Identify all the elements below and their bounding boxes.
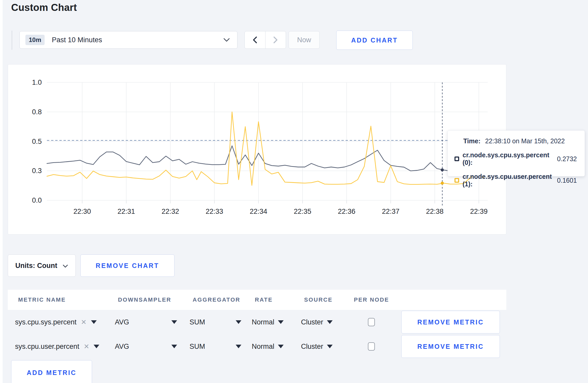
x-axis-tick-label: 22:38 <box>426 208 444 215</box>
y-axis-tick-label: 0.0 <box>32 196 42 204</box>
tooltip-series-value: 0.1601 <box>557 177 577 184</box>
tooltip-series-row: cr.node.sys.cpu.sys.percent (0):0.2732 <box>454 151 577 166</box>
series-swatch-icon <box>454 157 459 161</box>
time-nav-group <box>244 31 286 49</box>
rate-value: Normal <box>252 343 274 351</box>
tooltip-series-row: cr.node.sys.cpu.user.percent (1):0.1601 <box>454 173 577 188</box>
y-axis-tick-label: 0.8 <box>32 108 42 116</box>
downsampler-value[interactable]: AVG <box>115 343 129 351</box>
now-button-label: Now <box>297 36 311 44</box>
metrics-table-header: METRIC NAMEDOWNSAMPLERAGGREGATORRATESOUR… <box>8 290 506 310</box>
column-header-source: SOURCE <box>304 296 354 303</box>
column-header-rate: RATE <box>255 296 304 303</box>
page-title: Custom Chart <box>11 2 77 13</box>
x-axis-tick-label: 22:34 <box>250 208 267 215</box>
rate-value: Normal <box>252 318 274 326</box>
y-axis-tick-label: 1.0 <box>32 79 42 86</box>
units-selector[interactable]: Units: Count <box>8 254 76 277</box>
aggregator-value[interactable]: SUM <box>190 318 205 326</box>
rate-select[interactable]: Normal <box>252 343 301 351</box>
chevron-left-icon <box>253 36 257 44</box>
tooltip-series-label: cr.node.sys.cpu.user.percent (1): <box>463 173 553 188</box>
time-range-badge: 10m <box>25 35 45 45</box>
rate-select[interactable]: Normal <box>252 318 301 326</box>
metric-row: sys.cpu.user.percent✕AVGSUMNormalCluster… <box>8 334 506 359</box>
now-button[interactable]: Now <box>289 31 320 49</box>
aggregator-value[interactable]: SUM <box>190 343 205 351</box>
x-axis-tick-label: 22:30 <box>73 208 91 215</box>
page-left-gutter <box>0 0 3 383</box>
source-value: Cluster <box>301 343 323 351</box>
triangle-down-icon[interactable] <box>327 320 333 324</box>
downsampler-select[interactable]: AVG <box>115 318 190 326</box>
triangle-down-icon[interactable] <box>171 345 177 348</box>
line-chart[interactable]: 0.00.30.50.81.022:3022:3122:3222:3322:34… <box>8 65 507 235</box>
triangle-down-icon[interactable] <box>236 345 241 348</box>
triangle-down-icon[interactable] <box>94 345 99 348</box>
x-axis-tick-label: 22:32 <box>162 208 179 215</box>
remove-metric-button[interactable]: REMOVE METRIC <box>401 311 500 334</box>
tooltip-series-value: 0.2732 <box>557 155 577 163</box>
series-swatch-icon <box>454 178 459 183</box>
add-metric-button[interactable]: ADD METRIC <box>11 360 92 383</box>
time-range-label: Past 10 Minutes <box>52 36 102 44</box>
triangle-down-icon[interactable] <box>278 320 284 324</box>
downsampler-select[interactable]: AVG <box>115 343 190 351</box>
x-icon[interactable]: ✕ <box>84 343 89 350</box>
metrics-table-body: sys.cpu.sys.percent✕AVGSUMNormalClusterR… <box>8 310 506 359</box>
column-header-aggregator: AGGREGATOR <box>193 296 255 303</box>
triangle-down-icon[interactable] <box>236 320 241 324</box>
remove-chart-button[interactable]: REMOVE CHART <box>80 254 174 277</box>
remove-metric-button[interactable]: REMOVE METRIC <box>401 335 500 358</box>
metric-name-value[interactable]: sys.cpu.user.percent <box>15 343 79 351</box>
x-axis-tick-label: 22:37 <box>382 208 400 215</box>
crosshair-dot <box>441 182 444 185</box>
tooltip-series-label: cr.node.sys.cpu.sys.percent (0): <box>463 151 553 166</box>
tooltip-time-value: 22:38:10 on Mar 15th, 2022 <box>485 137 565 145</box>
per-node-checkbox[interactable] <box>368 318 375 326</box>
x-icon[interactable]: ✕ <box>81 319 87 325</box>
tooltip-time-label: Time: <box>463 137 480 145</box>
chart-card: 0.00.30.50.81.022:3022:3122:3222:3322:34… <box>8 64 506 235</box>
chevron-down-icon <box>62 262 68 270</box>
triangle-down-icon[interactable] <box>278 345 284 348</box>
prev-time-button[interactable] <box>245 31 265 48</box>
x-axis-tick-label: 22:39 <box>470 208 488 215</box>
add-chart-button[interactable]: ADD CHART <box>336 31 413 50</box>
x-axis-tick-label: 22:36 <box>338 208 355 215</box>
chevron-right-icon <box>273 36 278 44</box>
series-line-cr.node.sys.cpu.sys.percent <box>47 146 488 171</box>
toolbar-divider <box>12 31 12 50</box>
metric-row: sys.cpu.sys.percent✕AVGSUMNormalClusterR… <box>8 310 506 334</box>
downsampler-value[interactable]: AVG <box>115 318 129 326</box>
add-chart-label: ADD CHART <box>351 37 398 44</box>
column-header-metric-name: METRIC NAME <box>18 296 118 303</box>
source-select[interactable]: Cluster <box>301 343 351 351</box>
series-line-cr.node.sys.cpu.user.percent <box>47 112 488 186</box>
crosshair-dot <box>441 168 444 172</box>
chevron-down-icon <box>223 38 230 42</box>
next-time-button[interactable] <box>265 31 286 48</box>
add-metric-label: ADD METRIC <box>27 369 76 377</box>
aggregator-select[interactable]: SUM <box>190 343 252 351</box>
x-axis-tick-label: 22:35 <box>294 208 311 215</box>
y-axis-tick-label: 0.3 <box>32 167 42 175</box>
triangle-down-icon[interactable] <box>171 320 177 324</box>
x-axis-tick-label: 22:31 <box>117 208 135 215</box>
chart-tooltip: Time: 22:38:10 on Mar 15th, 2022 cr.node… <box>447 130 585 176</box>
triangle-down-icon[interactable] <box>327 345 333 348</box>
source-select[interactable]: Cluster <box>301 318 351 326</box>
per-node-checkbox[interactable] <box>368 342 375 351</box>
triangle-down-icon[interactable] <box>91 320 97 324</box>
units-label: Units: Count <box>15 262 57 270</box>
x-axis-tick-label: 22:33 <box>206 208 223 215</box>
column-header-downsampler: DOWNSAMPLER <box>118 296 193 303</box>
y-axis-tick-label: 0.5 <box>32 138 42 145</box>
column-header-per-node: PER NODE <box>354 296 404 303</box>
source-value: Cluster <box>301 318 323 326</box>
time-range-selector[interactable]: 10m Past 10 Minutes <box>19 31 237 49</box>
remove-chart-label: REMOVE CHART <box>96 262 159 269</box>
aggregator-select[interactable]: SUM <box>190 318 252 326</box>
metric-name-value[interactable]: sys.cpu.sys.percent <box>15 318 76 326</box>
